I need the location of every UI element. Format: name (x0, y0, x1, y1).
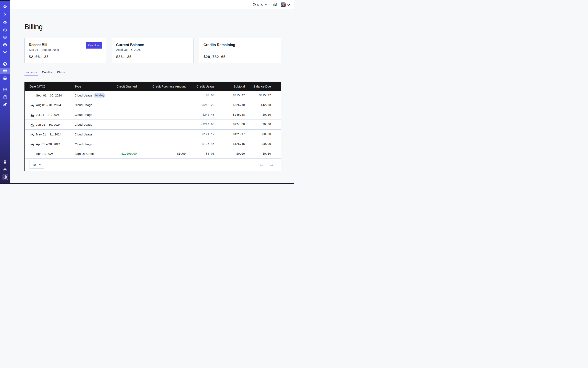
svg-text:$: $ (4, 176, 6, 178)
